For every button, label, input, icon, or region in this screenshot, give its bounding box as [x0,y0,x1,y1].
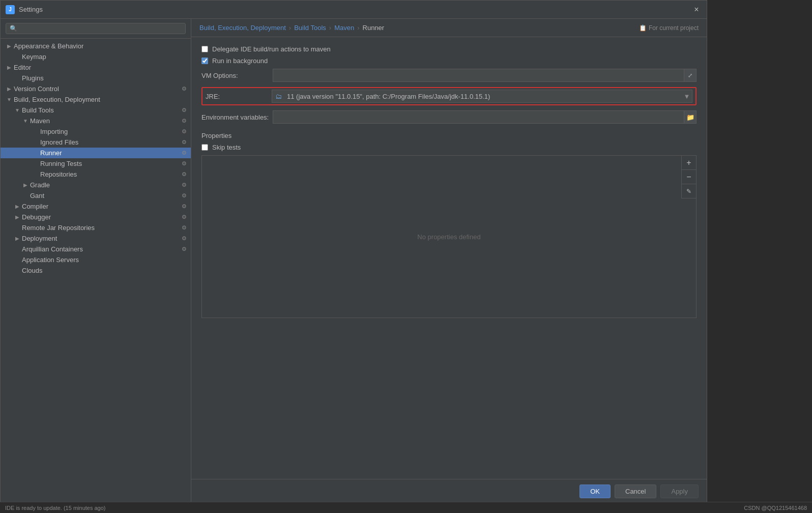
content-area: Build, Execution, Deployment › Build Too… [191,19,707,503]
edit-property-button[interactable]: ✎ [682,184,696,198]
sidebar-item-arquillian[interactable]: Arquillian Containers ⚙ [1,244,191,254]
jre-label: JRE: [206,93,272,100]
breadcrumb-sep-2: › [329,24,331,32]
add-property-button[interactable]: + [682,156,696,170]
dialog-title: Settings [19,6,691,13]
arrow-icon: ▶ [6,43,13,49]
skip-tests-label[interactable]: Skip tests [212,144,241,151]
search-box: 🔍 [1,19,191,39]
sidebar-item-keymap[interactable]: Keymap [1,51,191,62]
settings-badge-icon: ⚙ [182,160,187,167]
settings-badge-icon: ⚙ [182,107,187,113]
jre-dropdown-arrow-icon[interactable]: ▼ [682,93,692,100]
env-variables-row: Environment variables: 📁 [201,110,697,124]
sidebar-item-appearance[interactable]: ▶ Appearance & Behavior [1,41,191,51]
settings-badge-icon: ⚙ [182,246,187,252]
env-input[interactable] [273,110,684,124]
jre-row: JRE: 🗂 11 (java version "11.0.15", path:… [201,87,697,105]
remove-property-button[interactable]: − [682,170,696,184]
settings-badge-icon: ⚙ [182,139,187,146]
dialog-body: 🔍 ▶ Appearance & Behavior Keymap [1,19,707,503]
sidebar-item-running-tests[interactable]: Running Tests ⚙ [1,158,191,169]
delegate-checkbox-row: Delegate IDE build/run actions to maven [201,45,697,53]
env-label: Environment variables: [201,113,273,121]
settings-badge-icon: ⚙ [182,192,187,199]
statusbar-right-text: CSDN @QQ1215461468 [744,505,807,511]
sidebar-item-debugger[interactable]: ▶ Debugger ⚙ [1,212,191,222]
sidebar-item-version-control[interactable]: ▶ Version Control ⚙ [1,83,191,94]
properties-toolbar: + − ✎ [681,156,696,198]
project-icon: 📋 [639,24,647,32]
breadcrumb-runner: Runner [363,24,385,32]
dialog-footer: OK Cancel Apply [191,479,707,503]
statusbar: IDE is ready to update. (15 minutes ago)… [0,502,812,513]
vm-options-row: VM Options: ⤢ [201,69,697,82]
vm-options-expand-button[interactable]: ⤢ [684,69,697,82]
sidebar-item-plugins[interactable]: Plugins [1,73,191,83]
settings-badge-icon: ⚙ [182,224,187,231]
sidebar-item-importing[interactable]: Importing ⚙ [1,126,191,137]
apply-button[interactable]: Apply [660,484,699,498]
settings-badge-icon: ⚙ [182,150,187,156]
sidebar-item-deployment[interactable]: ▶ Deployment ⚙ [1,233,191,244]
search-input[interactable] [19,25,182,32]
properties-section: Properties Skip tests + − ✎ No propert [201,132,697,318]
sidebar-item-remote-jar[interactable]: Remote Jar Repositories ⚙ [1,222,191,233]
properties-title: Properties [201,132,697,139]
cancel-button[interactable]: Cancel [615,484,656,498]
settings-badge-icon: ⚙ [182,128,187,135]
jre-select-wrapper: 🗂 11 (java version "11.0.15", path: C:/P… [272,90,692,103]
run-background-row: Run in background [201,57,697,65]
breadcrumb-build-execution[interactable]: Build, Execution, Deployment [199,24,286,32]
delegate-checkbox[interactable] [201,46,208,52]
sidebar-item-build-tools[interactable]: ▼ Build Tools ⚙ [1,105,191,116]
sidebar-item-build-execution[interactable]: ▼ Build, Execution, Deployment [1,94,191,105]
settings-badge-icon: ⚙ [182,86,187,92]
search-icon: 🔍 [10,25,17,32]
sidebar-item-ignored-files[interactable]: Ignored Files ⚙ [1,137,191,148]
settings-badge-icon: ⚙ [182,182,187,188]
statusbar-left-text: IDE is ready to update. (15 minutes ago) [5,505,106,511]
breadcrumb-build-tools[interactable]: Build Tools [294,24,326,32]
settings-tree: ▶ Appearance & Behavior Keymap ▶ Editor [1,39,191,503]
search-wrapper[interactable]: 🔍 [6,23,186,34]
vm-options-label: VM Options: [201,72,273,79]
sidebar-item-app-servers[interactable]: Application Servers [1,254,191,265]
breadcrumb-sep-1: › [289,24,291,32]
run-background-checkbox[interactable] [201,58,208,64]
project-indicator: 📋 For current project [639,24,699,32]
settings-badge-icon: ⚙ [182,171,187,178]
no-properties-text: No properties defined [202,156,696,318]
sidebar-item-gant[interactable]: Gant ⚙ [1,190,191,201]
settings-badge-icon: ⚙ [182,203,187,210]
settings-badge-icon: ⚙ [182,118,187,124]
titlebar: J Settings × [1,1,707,19]
sidebar-item-editor[interactable]: ▶ Editor [1,62,191,73]
breadcrumb-maven[interactable]: Maven [334,24,354,32]
properties-table: + − ✎ No properties defined [201,155,697,318]
form-area: Delegate IDE build/run actions to maven … [191,37,707,479]
settings-badge-icon: ⚙ [182,235,187,242]
run-background-label[interactable]: Run in background [212,57,268,65]
env-browse-button[interactable]: 📁 [684,110,697,124]
sidebar-item-compiler[interactable]: ▶ Compiler ⚙ [1,201,191,212]
sidebar-item-maven[interactable]: ▼ Maven ⚙ [1,116,191,126]
jre-select[interactable]: 11 (java version "11.0.15", path: C:/Pro… [285,93,682,100]
jre-icon: 🗂 [275,93,282,100]
sidebar: 🔍 ▶ Appearance & Behavior Keymap [1,19,191,503]
breadcrumb: Build, Execution, Deployment › Build Too… [191,19,707,37]
ok-button[interactable]: OK [579,484,611,498]
app-icon: J [6,5,15,14]
skip-tests-row: Skip tests [201,144,697,151]
settings-badge-icon: ⚙ [182,214,187,220]
close-button[interactable]: × [691,5,702,15]
sidebar-item-clouds[interactable]: Clouds [1,265,191,276]
breadcrumb-sep-3: › [357,24,359,32]
delegate-label[interactable]: Delegate IDE build/run actions to maven [212,45,331,53]
sidebar-item-runner[interactable]: Runner ⚙ [1,148,191,158]
sidebar-item-gradle[interactable]: ▶ Gradle ⚙ [1,180,191,190]
settings-dialog: J Settings × 🔍 ▶ Appearance & Behavior [0,0,707,504]
vm-options-input[interactable] [273,69,684,82]
sidebar-item-repositories[interactable]: Repositories ⚙ [1,169,191,180]
skip-tests-checkbox[interactable] [201,144,208,151]
